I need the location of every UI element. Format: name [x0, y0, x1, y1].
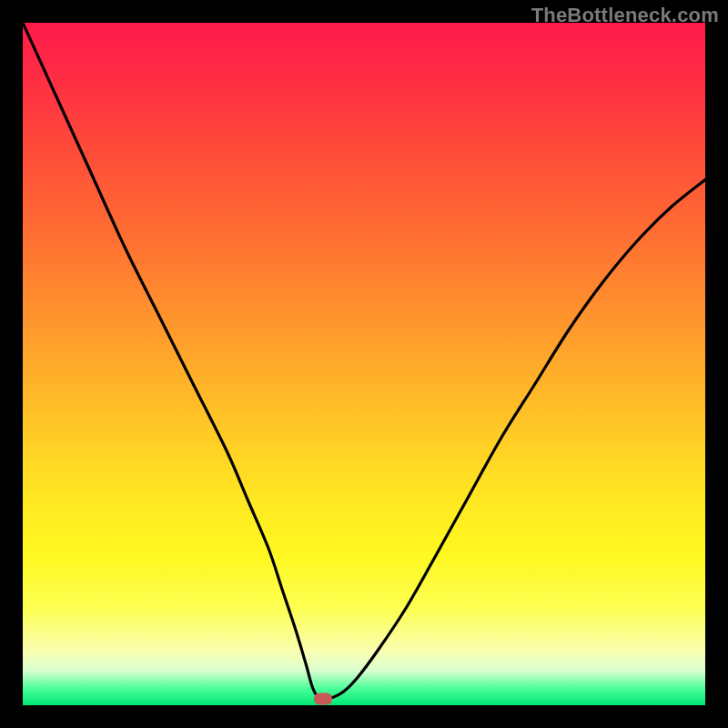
plot-area: [23, 23, 705, 705]
bottleneck-curve-path: [23, 23, 705, 700]
chart-frame: TheBottleneck.com: [0, 0, 728, 728]
curve-svg: [23, 23, 705, 705]
optimum-marker: [314, 693, 332, 704]
